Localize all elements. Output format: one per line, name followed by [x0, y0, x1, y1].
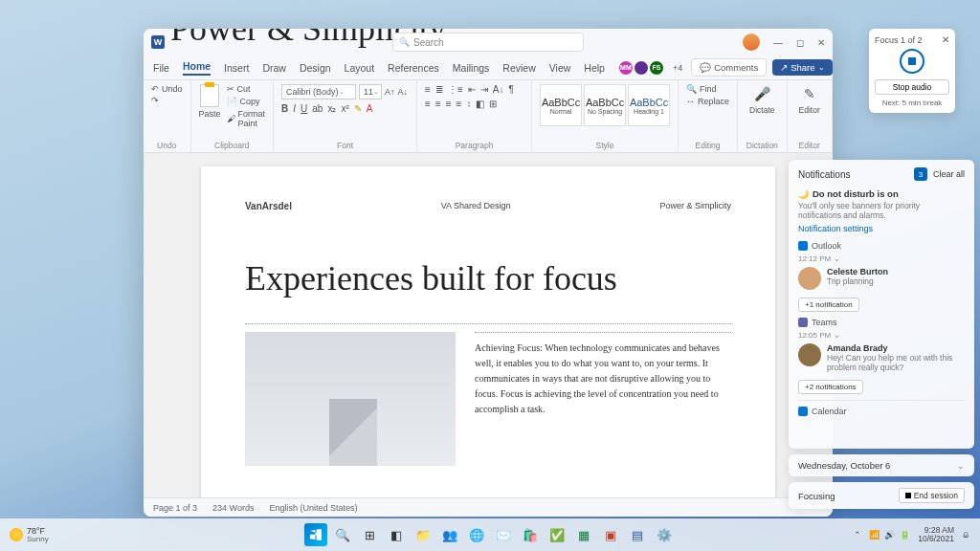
teams-more-pill[interactable]: +2 notifications [798, 380, 863, 394]
explorer-icon[interactable]: 📁 [412, 523, 434, 546]
dictate-button[interactable]: 🎤Dictate [746, 84, 778, 115]
teams-time[interactable]: 12:05 PM [798, 331, 965, 340]
calendar-date-card[interactable]: Wednesday, October 6 [789, 454, 974, 476]
show-marks-button[interactable]: ¶ [508, 84, 513, 95]
copy-button[interactable]: 📄 Copy [227, 97, 266, 106]
focus-timer-icon[interactable] [900, 49, 924, 74]
tab-mailings[interactable]: Mailings [453, 62, 490, 74]
decrease-indent-button[interactable]: ⇤ [468, 84, 476, 95]
notification-bell-icon[interactable]: 🕭 [962, 530, 970, 540]
taskbar-clock[interactable]: 9:28 AM10/6/2021 [918, 526, 954, 544]
presence-user-1[interactable]: MM [618, 60, 634, 76]
font-size-select[interactable]: 11 [359, 84, 382, 99]
tab-file[interactable]: File [153, 62, 169, 74]
bullets-button[interactable]: ≡ [425, 84, 431, 95]
underline-button[interactable]: U [301, 103, 307, 114]
app-group-calendar[interactable]: Calendar [798, 400, 965, 416]
paste-button[interactable]: Paste [199, 84, 221, 128]
focus-close-button[interactable]: ✕ [942, 34, 949, 45]
align-right-button[interactable]: ≡ [446, 99, 452, 109]
replace-button[interactable]: ↔ Replace [686, 97, 729, 106]
presence-more[interactable]: +4 [670, 63, 685, 73]
shading-button[interactable]: ◧ [476, 99, 484, 109]
system-tray[interactable]: 📶🔊🔋 [869, 530, 910, 540]
sort-button[interactable]: A↓ [493, 84, 504, 95]
style-no-spacing[interactable]: AaBbCcNo Spacing [584, 84, 626, 126]
battery-icon[interactable]: 🔋 [900, 530, 910, 540]
line-spacing-button[interactable]: ↕ [466, 99, 471, 109]
tab-view[interactable]: View [549, 62, 571, 74]
clear-all-button[interactable]: Clear all [933, 169, 965, 179]
start-button[interactable] [304, 523, 327, 546]
end-session-button[interactable]: End session [899, 488, 965, 503]
edge-icon[interactable]: 🌐 [465, 523, 488, 546]
justify-button[interactable]: ≡ [457, 99, 462, 109]
comments-button[interactable]: 💬 Comments [691, 58, 767, 77]
grow-font-button[interactable]: A↑ [385, 87, 395, 97]
borders-button[interactable]: ⊞ [489, 99, 497, 109]
superscript-button[interactable]: x² [341, 103, 348, 114]
presence-avatars[interactable]: MM FS [618, 60, 664, 76]
undo-button[interactable]: ↶ Undo [151, 84, 183, 94]
stop-audio-button[interactable]: Stop audio [875, 79, 949, 95]
minimize-button[interactable]: — [773, 37, 783, 48]
redo-button[interactable]: ↷ [151, 96, 183, 105]
subscript-button[interactable]: x₂ [327, 103, 336, 114]
cut-button[interactable]: ✂ Cut [227, 84, 266, 94]
excel-icon[interactable]: ▦ [572, 523, 595, 546]
widgets-button[interactable]: ◧ [385, 523, 408, 546]
status-page[interactable]: Page 1 of 3 [153, 503, 197, 513]
tab-insert[interactable]: Insert [224, 62, 249, 74]
todo-icon[interactable]: ✅ [546, 523, 568, 546]
teams-icon[interactable]: 👥 [438, 523, 461, 546]
app-group-outlook[interactable]: Outlook [798, 241, 965, 251]
tab-design[interactable]: Design [300, 62, 331, 74]
format-painter-button[interactable]: 🖌 Format Paint [227, 109, 266, 128]
align-center-button[interactable]: ≡ [435, 99, 441, 109]
increase-indent-button[interactable]: ⇥ [480, 84, 488, 95]
presence-user-2[interactable] [634, 60, 649, 76]
multilevel-button[interactable]: ⋮≡ [448, 84, 463, 95]
share-button[interactable]: ↗ Share [772, 59, 832, 76]
search-button[interactable]: 🔍 [331, 523, 354, 546]
status-words[interactable]: 234 Words [212, 503, 254, 513]
notification-settings-link[interactable]: Notification settings [798, 224, 965, 233]
notification-item-outlook[interactable]: Celeste BurtonTrip planning [798, 267, 965, 290]
task-view-button[interactable]: ⊞ [358, 523, 381, 546]
notification-item-teams[interactable]: Amanda BradyHey! Can you help me out wit… [798, 343, 965, 372]
font-name-select[interactable]: Calibri (Body) [281, 84, 356, 99]
tab-home[interactable]: Home [183, 60, 211, 76]
settings-icon[interactable]: ⚙️ [653, 523, 676, 546]
word-taskbar-icon[interactable]: ▤ [626, 523, 649, 546]
tab-layout[interactable]: Layout [345, 62, 375, 74]
store-icon[interactable]: 🛍️ [519, 523, 542, 546]
tab-references[interactable]: References [388, 62, 439, 74]
document-page[interactable]: VanArsdel VA Shared Design Power & Simpl… [201, 166, 775, 497]
account-avatar[interactable] [743, 33, 760, 51]
document-canvas[interactable]: VanArsdel VA Shared Design Power & Simpl… [144, 153, 833, 497]
tray-chevron[interactable]: ⌃ [854, 530, 861, 540]
outlook-time[interactable]: 12:12 PM [798, 254, 965, 263]
numbering-button[interactable]: ≣ [435, 84, 443, 95]
find-button[interactable]: 🔍 Find [686, 84, 729, 94]
outlook-more-pill[interactable]: +1 notification [798, 298, 859, 312]
mail-icon[interactable]: ✉️ [492, 523, 515, 546]
presence-user-3[interactable]: FS [649, 60, 664, 76]
highlight-button[interactable]: ✎ [354, 103, 362, 114]
bold-button[interactable]: B [281, 103, 288, 114]
taskbar-weather[interactable]: 78°FSunny [10, 527, 49, 543]
wifi-icon[interactable]: 📶 [869, 530, 880, 540]
style-heading-1[interactable]: AaBbCcHeading 1 [628, 84, 670, 126]
align-left-button[interactable]: ≡ [425, 99, 431, 109]
tab-review[interactable]: Review [502, 62, 535, 74]
italic-button[interactable]: I [293, 103, 296, 114]
app-group-teams[interactable]: Teams [798, 318, 965, 327]
tab-help[interactable]: Help [584, 62, 605, 74]
tab-draw[interactable]: Draw [262, 62, 286, 74]
close-button[interactable]: ✕ [817, 37, 825, 48]
strikethrough-button[interactable]: ab [312, 103, 323, 114]
search-input[interactable]: Search [392, 33, 584, 52]
shrink-font-button[interactable]: A↓ [398, 87, 409, 97]
style-normal[interactable]: AaBbCcNormal [540, 84, 582, 126]
maximize-button[interactable]: ◻ [796, 37, 804, 48]
